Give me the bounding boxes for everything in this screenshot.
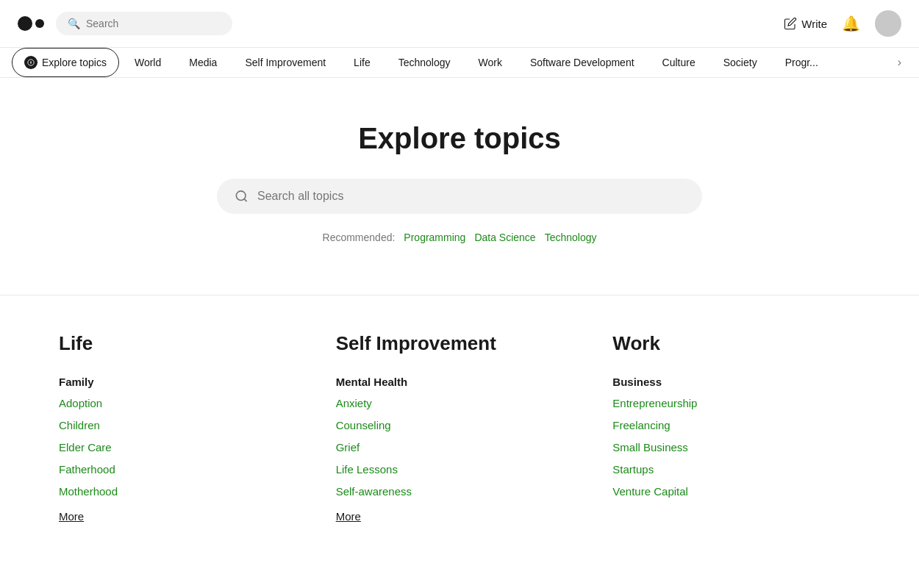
- search-icon: 🔍: [68, 18, 80, 29]
- list-item: Small Business: [612, 441, 860, 454]
- recommended-technology[interactable]: Technology: [545, 232, 597, 243]
- life-more: More: [59, 510, 84, 523]
- life-label: Life: [354, 57, 371, 68]
- subtopic-family-title: Family: [59, 376, 307, 388]
- elder-care-link[interactable]: Elder Care: [59, 441, 112, 453]
- write-button[interactable]: Write: [784, 17, 827, 30]
- section-life-title: Life: [59, 332, 307, 355]
- work-label: Work: [479, 57, 502, 68]
- children-link[interactable]: Children: [59, 419, 100, 431]
- topic-pill-self-improvement[interactable]: Self Improvement: [232, 49, 338, 76]
- compass-svg: [27, 59, 35, 66]
- list-item: Grief: [336, 441, 584, 454]
- self-improvement-label: Self Improvement: [245, 57, 326, 68]
- notification-icon[interactable]: 🔔: [842, 15, 860, 32]
- counseling-link[interactable]: Counseling: [336, 419, 391, 431]
- header-search-input[interactable]: [86, 18, 221, 29]
- life-lessons-link[interactable]: Life Lessons: [336, 463, 398, 476]
- logo-dot-large: [18, 16, 32, 31]
- topics-nav: Explore topics World Media Self Improvem…: [0, 48, 919, 78]
- family-list: Adoption Children Elder Care Fatherhood …: [59, 397, 307, 498]
- list-item: Venture Capital: [612, 485, 860, 498]
- list-item: Fatherhood: [59, 463, 307, 476]
- list-item: Life Lessons: [336, 463, 584, 476]
- topics-grid: Life Family Adoption Children Elder Care…: [0, 295, 919, 575]
- avatar[interactable]: [875, 10, 901, 37]
- recommended-label: Recommended:: [323, 232, 396, 243]
- header: 🔍 Write 🔔: [0, 0, 919, 48]
- list-item: Freelancing: [612, 419, 860, 432]
- list-item: Children: [59, 419, 307, 432]
- grief-link[interactable]: Grief: [336, 441, 360, 453]
- media-label: Media: [189, 57, 217, 68]
- topic-pill-media[interactable]: Media: [176, 49, 229, 76]
- subtopic-mental-health-title: Mental Health: [336, 376, 584, 388]
- recommended-section: Recommended: Programming Data Science Te…: [15, 232, 904, 243]
- subtopic-business-title: Business: [612, 376, 860, 388]
- culture-label: Culture: [662, 57, 695, 68]
- topic-pill-technology[interactable]: Technology: [386, 49, 463, 76]
- list-item: Anxiety: [336, 397, 584, 410]
- subtopic-family: Family Adoption Children Elder Care Fath…: [59, 376, 307, 523]
- section-life: Life Family Adoption Children Elder Care…: [59, 332, 307, 538]
- anxiety-link[interactable]: Anxiety: [336, 397, 372, 409]
- header-search[interactable]: 🔍: [56, 12, 232, 35]
- business-list: Entrepreneurship Freelancing Small Busin…: [612, 397, 860, 498]
- svg-line-3: [244, 199, 246, 201]
- entrepreneurship-link[interactable]: Entrepreneurship: [612, 397, 697, 409]
- topic-pill-culture[interactable]: Culture: [650, 49, 708, 76]
- programming-label: Progr...: [785, 57, 818, 68]
- logo-dot-small: [35, 19, 44, 28]
- self-awareness-link[interactable]: Self-awareness: [336, 485, 412, 498]
- venture-capital-link[interactable]: Venture Capital: [612, 485, 688, 498]
- software-dev-label: Software Development: [530, 57, 634, 68]
- technology-label: Technology: [398, 57, 451, 68]
- startups-link[interactable]: Startups: [612, 463, 654, 476]
- header-right: Write 🔔: [784, 10, 901, 37]
- self-improvement-more-link[interactable]: More: [336, 510, 361, 523]
- list-item: Counseling: [336, 419, 584, 432]
- life-more-link[interactable]: More: [59, 510, 84, 523]
- explore-topics-label: Explore topics: [42, 57, 107, 68]
- section-work-title: Work: [612, 332, 860, 355]
- compass-icon: [24, 56, 37, 69]
- subtopic-business: Business Entrepreneurship Freelancing Sm…: [612, 376, 860, 498]
- recommended-programming[interactable]: Programming: [404, 232, 465, 243]
- section-self-improvement-title: Self Improvement: [336, 332, 584, 355]
- fatherhood-link[interactable]: Fatherhood: [59, 463, 115, 476]
- list-item: Elder Care: [59, 441, 307, 454]
- list-item: Self-awareness: [336, 485, 584, 498]
- topic-pill-society[interactable]: Society: [711, 49, 770, 76]
- write-label: Write: [801, 18, 827, 30]
- hero-title: Explore topics: [15, 122, 904, 155]
- list-item: Motherhood: [59, 485, 307, 498]
- list-item: Startups: [612, 463, 860, 476]
- section-work: Work Business Entrepreneurship Freelanci…: [612, 332, 860, 538]
- topic-pill-software-dev[interactable]: Software Development: [518, 49, 647, 76]
- svg-marker-1: [30, 61, 32, 65]
- topic-pill-work[interactable]: Work: [466, 49, 515, 76]
- freelancing-link[interactable]: Freelancing: [612, 419, 670, 431]
- motherhood-link[interactable]: Motherhood: [59, 485, 118, 498]
- hero-search-icon: [235, 189, 248, 204]
- recommended-data-science[interactable]: Data Science: [474, 232, 535, 243]
- section-self-improvement: Self Improvement Mental Health Anxiety C…: [336, 332, 584, 538]
- hero-section: Explore topics Recommended: Programming …: [0, 78, 919, 265]
- adoption-link[interactable]: Adoption: [59, 397, 102, 409]
- society-label: Society: [723, 57, 757, 68]
- topic-pill-world[interactable]: World: [122, 49, 174, 76]
- self-improvement-more: More: [336, 510, 361, 523]
- hero-search-bar[interactable]: [217, 179, 702, 214]
- mental-health-list: Anxiety Counseling Grief Life Lessons Se…: [336, 397, 584, 498]
- topic-pill-explore[interactable]: Explore topics: [12, 48, 119, 77]
- topic-pill-programming[interactable]: Progr...: [773, 49, 831, 76]
- logo[interactable]: [18, 16, 44, 31]
- topic-pill-life[interactable]: Life: [341, 49, 383, 76]
- hero-search-input[interactable]: [257, 190, 684, 203]
- world-label: World: [135, 57, 161, 68]
- write-icon: [784, 17, 797, 30]
- nav-arrow-right[interactable]: ›: [892, 50, 907, 75]
- svg-point-2: [236, 191, 246, 201]
- subtopic-mental-health: Mental Health Anxiety Counseling Grief L…: [336, 376, 584, 523]
- small-business-link[interactable]: Small Business: [612, 441, 688, 453]
